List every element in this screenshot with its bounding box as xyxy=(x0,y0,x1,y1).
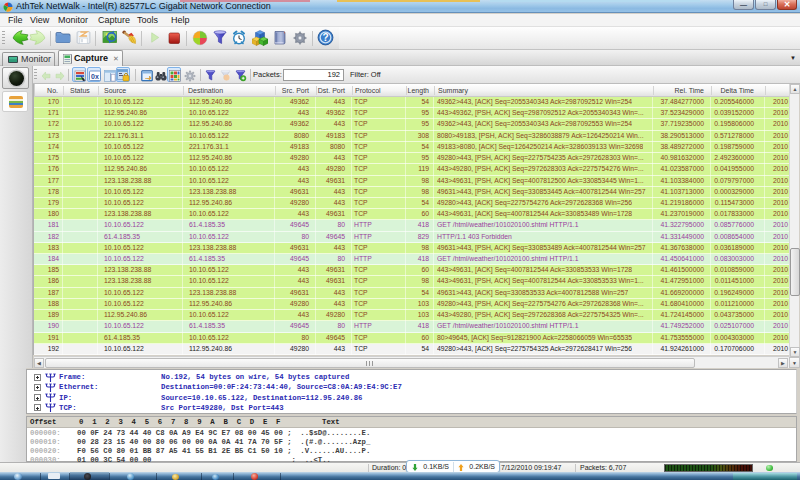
svg-text:?: ? xyxy=(322,32,328,43)
svg-text:0x: 0x xyxy=(91,73,99,80)
